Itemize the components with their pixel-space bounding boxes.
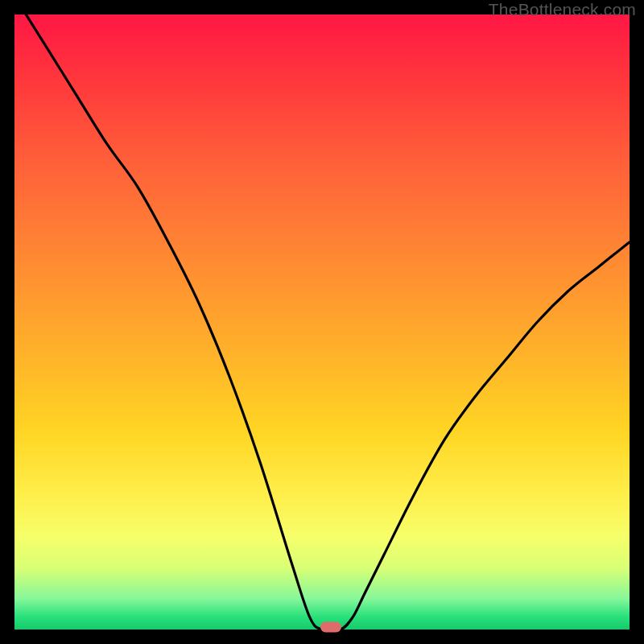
plot-area [14,14,630,630]
chart-frame: TheBottleneck.com [0,0,644,644]
curve-path [14,14,630,630]
bottleneck-curve [14,14,630,630]
optimum-marker [320,621,341,632]
